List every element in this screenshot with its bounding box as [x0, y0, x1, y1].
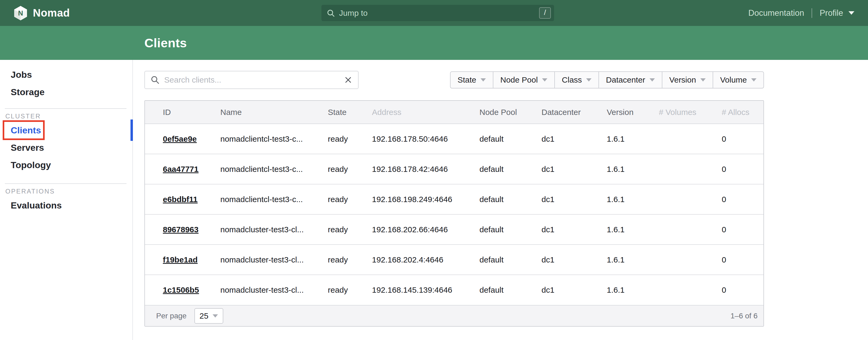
client-allocs: 0 — [715, 184, 764, 214]
client-datacenter: dc1 — [535, 184, 600, 214]
client-version: 1.6.1 — [600, 154, 652, 184]
nomad-clients-page: N Nomad / Documentation Profile Clients — [0, 0, 868, 340]
brand-wordmark: Nomad — [33, 7, 70, 19]
filter-volume-button[interactable]: Volume — [713, 72, 764, 88]
chevron-down-icon — [480, 78, 486, 82]
client-node-pool: default — [473, 184, 535, 214]
table-row[interactable]: e6bdbf11 nomadclientcl-test3-c... ready … — [145, 184, 764, 214]
client-volumes — [652, 124, 715, 154]
filter-label: State — [458, 75, 476, 85]
sidebar-item-jobs[interactable]: Jobs — [0, 66, 132, 83]
client-id-link[interactable]: 6aa47771 — [163, 165, 198, 174]
column-header-name[interactable]: Name — [214, 101, 321, 124]
table-row[interactable]: 1c1506b5 nomadcluster-test3-cl... ready … — [145, 275, 764, 305]
client-version: 1.6.1 — [600, 214, 652, 245]
filter-datacenter-button[interactable]: Datacenter — [598, 72, 662, 88]
filter-class-button[interactable]: Class — [554, 72, 598, 88]
filter-label: Node Pool — [500, 75, 538, 85]
chevron-down-icon — [700, 78, 706, 82]
client-allocs: 0 — [715, 275, 764, 305]
column-header-version[interactable]: Version — [600, 101, 652, 124]
svg-text:N: N — [18, 9, 23, 17]
client-address: 192.168.202.66:4646 — [365, 214, 473, 245]
filter-button-group: State Node Pool Class Datacenter — [450, 71, 764, 89]
column-header-allocs: # Allocs — [715, 101, 764, 124]
table-row[interactable]: 6aa47771 nomadclientcl-test3-c... ready … — [145, 154, 764, 184]
clients-toolbar: State Node Pool Class Datacenter — [145, 71, 764, 89]
client-allocs: 0 — [715, 245, 764, 275]
pagination-range: 1–6 of 6 — [731, 312, 757, 320]
client-datacenter: dc1 — [535, 275, 600, 305]
column-header-datacenter[interactable]: Datacenter — [535, 101, 600, 124]
client-id-link[interactable]: 0ef5ae9e — [163, 134, 197, 143]
sidebar-item-storage[interactable]: Storage — [0, 83, 132, 101]
client-version: 1.6.1 — [600, 275, 652, 305]
filter-version-button[interactable]: Version — [662, 72, 713, 88]
table-row[interactable]: f19be1ad nomadcluster-test3-cl... ready … — [145, 245, 764, 275]
client-address: 192.168.198.249:4646 — [365, 184, 473, 214]
client-allocs: 0 — [715, 124, 764, 154]
client-node-pool: default — [473, 124, 535, 154]
nomad-home-link[interactable]: N Nomad — [13, 6, 70, 21]
client-id-link[interactable]: e6bdbf11 — [163, 195, 197, 204]
slash-shortcut-badge: / — [539, 7, 551, 19]
filter-node-pool-button[interactable]: Node Pool — [493, 72, 554, 88]
sidebar-section-operations: OPERATIONS — [0, 186, 132, 197]
sidebar-item-label: Evaluations — [11, 200, 62, 211]
client-id-link[interactable]: f19be1ad — [163, 255, 197, 264]
client-state: ready — [321, 275, 365, 305]
sidebar-item-label: Storage — [11, 87, 45, 97]
clients-search-box[interactable] — [145, 71, 359, 89]
table-row[interactable]: 0ef5ae9e nomadclientcl-test3-c... ready … — [145, 124, 764, 154]
table-header-row: ID Name State Address Node Pool Datacent… — [145, 101, 764, 124]
sidebar-item-label: Topology — [11, 160, 51, 170]
topnav-separator — [812, 8, 812, 18]
column-header-id[interactable]: ID — [145, 101, 214, 124]
sidebar-item-evaluations[interactable]: Evaluations — [0, 197, 132, 214]
clear-search-icon[interactable] — [345, 76, 352, 83]
search-clients-input[interactable] — [164, 75, 340, 85]
client-id-link[interactable]: 89678963 — [163, 225, 198, 234]
sidebar: Jobs Storage CLUSTER Clients Servers Top… — [0, 60, 133, 340]
jump-to-input[interactable] — [339, 8, 535, 18]
per-page-label: Per page — [156, 312, 187, 320]
chevron-down-icon — [751, 78, 756, 82]
client-address: 192.168.178.42:4646 — [365, 154, 473, 184]
profile-menu-button[interactable]: Profile — [819, 8, 843, 18]
client-state: ready — [321, 214, 365, 245]
column-header-node-pool[interactable]: Node Pool — [473, 101, 535, 124]
client-name: nomadclientcl-test3-c... — [214, 154, 321, 184]
client-address: 192.168.178.50:4646 — [365, 124, 473, 154]
sidebar-item-label: Servers — [11, 143, 44, 153]
top-navigation-bar: N Nomad / Documentation Profile — [0, 0, 868, 26]
chevron-down-icon — [650, 78, 655, 82]
sidebar-item-label: Clients — [11, 125, 41, 135]
jump-to-search[interactable]: / — [321, 5, 554, 21]
filter-state-button[interactable]: State — [451, 72, 493, 88]
active-nav-indicator — [130, 120, 133, 141]
filter-label: Class — [562, 75, 582, 85]
chevron-down-icon[interactable] — [848, 11, 855, 15]
client-state: ready — [321, 184, 365, 214]
sidebar-item-servers[interactable]: Servers — [0, 139, 132, 156]
client-id-link[interactable]: 1c1506b5 — [163, 285, 199, 294]
search-icon — [151, 75, 159, 84]
main-panel: State Node Pool Class Datacenter — [133, 60, 868, 340]
client-state: ready — [321, 245, 365, 275]
client-node-pool: default — [473, 154, 535, 184]
client-name: nomadclientcl-test3-c... — [214, 124, 321, 154]
per-page-select[interactable]: 25 — [194, 308, 223, 324]
search-icon — [327, 9, 335, 17]
sidebar-item-clients[interactable]: Clients — [0, 122, 132, 139]
documentation-link[interactable]: Documentation — [748, 8, 804, 18]
client-version: 1.6.1 — [600, 245, 652, 275]
client-volumes — [652, 154, 715, 184]
client-volumes — [652, 214, 715, 245]
table-row[interactable]: 89678963 nomadcluster-test3-cl... ready … — [145, 214, 764, 245]
column-header-state[interactable]: State — [321, 101, 365, 124]
client-datacenter: dc1 — [535, 245, 600, 275]
filter-label: Datacenter — [606, 75, 645, 85]
sidebar-item-topology[interactable]: Topology — [0, 156, 132, 174]
page-header: Clients — [0, 26, 868, 60]
table-pagination-footer: Per page 25 1–6 of 6 — [145, 305, 764, 326]
